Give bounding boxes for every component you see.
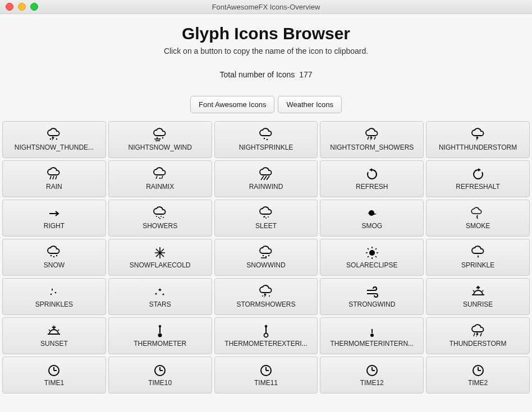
clock-icon (364, 363, 380, 378)
cloud-snow-icon (46, 246, 62, 260)
refresh-alt-icon (470, 167, 486, 182)
icon-label: RAIN (46, 183, 62, 191)
icon-label: TIME11 (254, 379, 278, 387)
count-value: 177 (299, 70, 312, 79)
tab-weather[interactable]: Weather Icons (278, 96, 342, 113)
icon-label: NIGHTSPRINKLE (239, 143, 293, 151)
icon-label: NIGHTTHUNDERSTORM (439, 143, 517, 151)
icon-button-rainmix[interactable]: RAINMIX (108, 160, 212, 197)
clock-icon (258, 363, 274, 378)
icon-button-strongwind[interactable]: STRONGWIND (320, 278, 424, 315)
cloud-snow-wind2-icon (258, 246, 274, 260)
icon-label: NIGHTSNOW_WIND (129, 143, 192, 151)
cloud-rainwind-icon (258, 167, 274, 182)
icon-button-stars[interactable]: STARS (108, 278, 212, 315)
icon-label: THERMOMETER (134, 340, 186, 348)
icon-button-time2[interactable]: TIME2 (426, 357, 530, 394)
icon-label: TIME10 (148, 379, 172, 387)
count-label: Total number of Icons (220, 70, 295, 79)
icon-button-refreshalt[interactable]: REFRESHALT (426, 160, 530, 197)
icon-button-thermometerintern[interactable]: THERMOMETERINTERN... (320, 317, 424, 354)
cloud-rain-icon (46, 167, 62, 182)
icon-button-snow[interactable]: SNOW (2, 239, 106, 276)
cloud-snow-wind-icon (152, 128, 168, 142)
icon-label: RIGHT (44, 222, 65, 230)
icon-button-time10[interactable]: TIME10 (108, 357, 212, 394)
icon-button-right[interactable]: RIGHT (2, 200, 106, 237)
icon-label: SNOWFLAKECOLD (130, 261, 191, 269)
sunset-icon (46, 324, 62, 339)
icon-button-rain[interactable]: RAIN (2, 160, 106, 197)
snowflake-icon (152, 246, 168, 260)
thermometer-icon (152, 324, 168, 339)
icon-button-nightsprinkle[interactable]: NIGHTSPRINKLE (214, 121, 318, 158)
icon-label: SPRINKLES (35, 300, 73, 308)
icon-button-refresh[interactable]: REFRESH (320, 160, 424, 197)
icon-button-sunrise[interactable]: SUNRISE (426, 278, 530, 315)
icon-button-time11[interactable]: TIME11 (214, 357, 318, 394)
icon-button-nightsnow-wind[interactable]: NIGHTSNOW_WIND (108, 121, 212, 158)
clock-icon (46, 363, 62, 378)
window-title: FontAwesomeFX Icons-Overview (0, 3, 532, 11)
smog-icon (364, 206, 380, 221)
titlebar: FontAwesomeFX Icons-Overview (0, 0, 532, 14)
icon-label: SUNRISE (463, 300, 493, 308)
icon-button-showers[interactable]: SHOWERS (108, 200, 212, 237)
solar-eclipse-icon (364, 246, 380, 260)
icon-label: THUNDERSTORM (450, 340, 507, 348)
icon-label: SNOWWIND (246, 261, 285, 269)
icon-label: SMOG (361, 222, 382, 230)
icon-button-thunderstorm[interactable]: THUNDERSTORM (426, 317, 530, 354)
icon-button-sprinkle[interactable]: SPRINKLE (426, 239, 530, 276)
icon-button-thermometer[interactable]: THERMOMETER (108, 317, 212, 354)
cloud-sleet-icon (258, 206, 274, 221)
tab-font-awesome[interactable]: Font Awesome Icons (190, 96, 274, 113)
sprinkles-icon (46, 285, 62, 299)
icon-label: NIGHTSTORM_SHOWERS (330, 143, 414, 151)
smoke-icon (470, 206, 486, 221)
icon-label: TIME1 (44, 379, 64, 387)
icon-label: REFRESHALT (456, 183, 499, 191)
icon-label: SPRINKLE (461, 261, 494, 269)
icon-label: SHOWERS (143, 222, 177, 230)
icon-button-nightsnow-thunde[interactable]: NIGHTSNOW_THUNDE... (2, 121, 106, 158)
clock-icon (470, 363, 486, 378)
icon-button-nightstorm-showers[interactable]: NIGHTSTORM_SHOWERS (320, 121, 424, 158)
icon-button-sleet[interactable]: SLEET (214, 200, 318, 237)
icon-button-rainwind[interactable]: RAINWIND (214, 160, 318, 197)
clock-icon (152, 363, 168, 378)
icon-button-snowflakecold[interactable]: SNOWFLAKECOLD (108, 239, 212, 276)
icon-button-sprinkles[interactable]: SPRINKLES (2, 278, 106, 315)
thermometer-int-icon (364, 324, 380, 339)
icon-button-smoke[interactable]: SMOKE (426, 200, 530, 237)
icon-button-sunset[interactable]: SUNSET (2, 317, 106, 354)
icon-label: SUNSET (40, 340, 68, 348)
page-title: Glyph Icons Browser (0, 24, 532, 43)
arrow-right-icon (46, 206, 62, 221)
cloud-rainmix-icon (152, 167, 168, 182)
icon-button-time12[interactable]: TIME12 (320, 357, 424, 394)
icon-label: SOLARECLIPSE (346, 261, 397, 269)
icon-scroll-area[interactable]: NIGHTSNOW_THUNDE...NIGHTSNOW_WINDNIGHTSP… (0, 121, 532, 412)
icon-button-stormshowers[interactable]: STORMSHOWERS (214, 278, 318, 315)
icon-button-snowwind[interactable]: SNOWWIND (214, 239, 318, 276)
icon-button-solareclipse[interactable]: SOLARECLIPSE (320, 239, 424, 276)
icon-button-thermometerexteri[interactable]: THERMOMETEREXTERI... (214, 317, 318, 354)
strongwind-icon (364, 285, 380, 299)
icon-button-time1[interactable]: TIME1 (2, 357, 106, 394)
cloud-storm-showers-icon (364, 128, 380, 142)
icon-label: SLEET (255, 222, 277, 230)
cloud-thunder-icon (470, 128, 486, 142)
icon-label: THERMOMETERINTERN... (330, 340, 414, 348)
icon-label: REFRESH (356, 183, 388, 191)
cloud-storm-showers2-icon (258, 285, 274, 299)
sunrise-icon (470, 285, 486, 299)
icon-label: RAINWIND (249, 183, 283, 191)
thermometer-ext-icon (258, 324, 274, 339)
icon-button-smog[interactable]: SMOG (320, 200, 424, 237)
icon-button-nightthunderstorm[interactable]: NIGHTTHUNDERSTORM (426, 121, 530, 158)
app-window: FontAwesomeFX Icons-Overview Glyph Icons… (0, 0, 532, 412)
refresh-icon (364, 167, 380, 182)
icon-label: TIME2 (468, 379, 488, 387)
tab-bar: Font Awesome Icons Weather Icons (0, 96, 532, 113)
